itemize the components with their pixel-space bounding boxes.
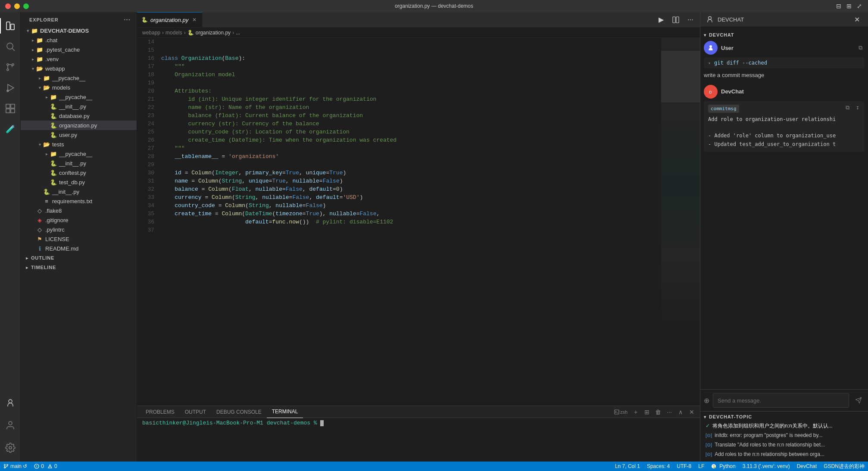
sidebar-item-models-pycache[interactable]: ▸ 📁 __pycache__	[21, 92, 137, 102]
svg-rect-13	[11, 109, 15, 113]
new-terminal-button[interactable]: +	[631, 407, 640, 417]
sidebar-item-license[interactable]: ▸ ⚑ LICENSE	[21, 234, 137, 244]
activity-item-search[interactable]	[0, 36, 21, 57]
more-terminal-actions[interactable]: ···	[665, 407, 674, 417]
activity-item-extensions[interactable]	[0, 98, 21, 119]
sidebar-item-tests[interactable]: ▾ 📂 tests	[21, 139, 137, 149]
topic-item-3[interactable]: [⊙] Translate "Add roles to the n:n rela…	[704, 440, 865, 449]
status-line-col[interactable]: Ln 7, Col 1	[612, 462, 643, 471]
code-area[interactable]: class Organization(Base): """ Organizati…	[158, 38, 661, 406]
status-devchat[interactable]: DevChat	[793, 462, 821, 471]
devchat-topic-section: ▾ DEVCHAT-TOPIC ✓ 将角色添加到组织和用户之间的n:n关系中。默…	[700, 411, 868, 462]
panel-maximize-button[interactable]: ∧	[676, 407, 685, 417]
tab-terminal[interactable]: TERMINAL	[267, 406, 303, 418]
breadcrumb-symbol[interactable]: ...	[236, 30, 240, 36]
sidebar-item-conftest[interactable]: ▸ 🐍 conftest.py	[21, 168, 137, 177]
breadcrumb-webapp[interactable]: webapp	[142, 30, 160, 36]
more-actions-button[interactable]: ···	[684, 14, 696, 26]
status-extra[interactable]: GSDN进去的彩神	[820, 462, 868, 471]
status-encoding[interactable]: UTF-8	[673, 462, 695, 471]
sidebar-item-chat[interactable]: ▸ 📁 .chat	[21, 35, 137, 45]
split-terminal-button[interactable]: ⊞	[642, 407, 652, 417]
user-avatar	[704, 41, 718, 55]
activity-item-explorer[interactable]	[0, 15, 21, 36]
split-editor-button[interactable]	[670, 14, 682, 26]
line-num: 26	[137, 136, 158, 144]
send-button[interactable]	[852, 394, 865, 406]
tab-output[interactable]: OUTPUT	[180, 406, 211, 418]
topic-item-1[interactable]: ✓ 将角色添加到组织和用户之间的n:n关系中。默认认...	[704, 421, 865, 431]
minimap-viewport[interactable]	[661, 51, 700, 102]
svg-rect-12	[6, 109, 10, 113]
topic-item-2[interactable]: [⊙] initdb: error: program "postgres" is…	[704, 431, 865, 440]
terminal-panel: PROBLEMS OUTPUT DEBUG CONSOLE TERMINAL z…	[137, 406, 700, 462]
sidebar-item-venv[interactable]: ▸ 📁 .venv	[21, 54, 137, 64]
sidebar-item-webapp[interactable]: ▾ 📂 webapp	[21, 64, 137, 73]
activity-item-run[interactable]	[0, 77, 21, 98]
status-python-version[interactable]: 3.11.3 ('.venv': venv)	[739, 462, 793, 471]
line-numbers: 14 15 16 17 18 19 20 21 22 23 24 25 26 2…	[137, 38, 158, 406]
git-diff-block[interactable]: ▾ git diff --cached	[704, 57, 865, 68]
chevron-down-icon: ▾	[704, 415, 706, 419]
terminal-content[interactable]: basicthinker@Jingleis-MacBook-Pro-M1 dev…	[137, 418, 700, 462]
sidebar-item-init1[interactable]: ▸ 🐍 __init__.py	[21, 102, 137, 111]
devchat-response: commitmsg ⧉ ↧ Add role to organization-u…	[704, 101, 865, 152]
status-language[interactable]: 🐍 Python	[708, 462, 739, 471]
tree-item-root[interactable]: ▾ 📁 DEVCHAT-DEMOS	[21, 26, 137, 35]
line-num: 34	[137, 201, 158, 210]
more-actions-button[interactable]: ···	[123, 15, 131, 24]
activity-item-testing[interactable]: 🧪	[0, 119, 21, 139]
sidebar-item-organization[interactable]: ▸ 🐍 organization.py	[21, 121, 137, 130]
maximize-button[interactable]	[23, 3, 29, 9]
message-input[interactable]	[713, 393, 849, 408]
topic-item-4[interactable]: [⊙] Add roles to the n:n relationship be…	[704, 449, 865, 459]
sidebar-item-pycache1[interactable]: ▸ 📁 __pycache__	[21, 73, 137, 83]
activity-item-devchat[interactable]	[0, 393, 21, 413]
timeline-section-header[interactable]: ▸ TIMELINE	[21, 263, 137, 272]
svg-point-21	[709, 45, 712, 48]
sidebar-item-pylintrc[interactable]: ▸ ◇ .pylintrc	[21, 225, 137, 234]
breadcrumb-file[interactable]: organization.py	[196, 30, 231, 36]
tab-close-button[interactable]: ✕	[191, 16, 198, 23]
activity-item-settings[interactable]	[0, 437, 21, 458]
status-spaces[interactable]: Spaces: 4	[643, 462, 673, 471]
code-line: country_code = Column(String, nullable=F…	[161, 201, 661, 210]
sidebar-item-pytest-cache[interactable]: ▸ 📁 .pytest_cache	[21, 45, 137, 54]
status-eol[interactable]: LF	[695, 462, 708, 471]
copy-button[interactable]: ⧉	[856, 43, 865, 52]
kill-terminal-button[interactable]: 🗑	[653, 407, 663, 417]
activity-item-accounts[interactable]	[0, 415, 21, 436]
sidebar-item-user[interactable]: ▸ 🐍 user.py	[21, 130, 137, 139]
sidebar-item-test-db[interactable]: ▸ 🐍 test_db.py	[21, 177, 137, 187]
sidebar-item-tests-init[interactable]: ▸ 🐍 __init__.py	[21, 158, 137, 168]
layout-icon[interactable]: ⊟	[835, 3, 842, 9]
minimize-button[interactable]	[14, 3, 20, 9]
outline-section-header[interactable]: ▸ OUTLINE	[21, 253, 137, 263]
sidebar-item-flake8[interactable]: ▸ ◇ .flake8	[21, 206, 137, 215]
breadcrumb-models[interactable]: models	[165, 30, 182, 36]
copy-response-button[interactable]: ⧉	[843, 104, 852, 112]
tab-problems[interactable]: PROBLEMS	[141, 406, 180, 418]
svg-point-20	[709, 16, 712, 19]
split-icon[interactable]: ⊞	[846, 3, 852, 9]
python-file-icon: 🐍	[50, 131, 57, 138]
activity-item-source-control[interactable]	[0, 57, 21, 77]
sidebar-item-gitignore[interactable]: ▸ ◈ .gitignore	[21, 215, 137, 225]
run-button[interactable]: ▶	[655, 14, 667, 26]
sidebar-item-tests-pycache[interactable]: ▸ 📁 __pycache__	[21, 149, 137, 158]
panel-close-button[interactable]: ✕	[687, 407, 696, 417]
status-git-branch[interactable]: main ↺	[0, 462, 31, 471]
tab-debug-console[interactable]: DEBUG CONSOLE	[211, 406, 267, 418]
status-errors[interactable]: 0 0	[31, 462, 60, 471]
fullscreen-icon[interactable]: ⤢	[856, 3, 863, 9]
devchat-close-button[interactable]: ✕	[851, 13, 863, 25]
apply-response-button[interactable]: ↧	[853, 104, 862, 112]
attach-icon[interactable]: ⊕	[704, 397, 709, 405]
sidebar-item-readme[interactable]: ▸ ℹ README.md	[21, 244, 137, 253]
close-button[interactable]	[5, 3, 11, 9]
editor-tab-organization[interactable]: 🐍 organization.py ✕	[137, 12, 203, 27]
sidebar-item-database[interactable]: ▸ 🐍 database.py	[21, 111, 137, 121]
sidebar-item-webapp-init[interactable]: ▸ 🐍 __init__.py	[21, 187, 137, 196]
sidebar-item-requirements[interactable]: ▸ ≡ requirements.txt	[21, 196, 137, 206]
sidebar-item-models[interactable]: ▾ 📂 models	[21, 83, 137, 92]
